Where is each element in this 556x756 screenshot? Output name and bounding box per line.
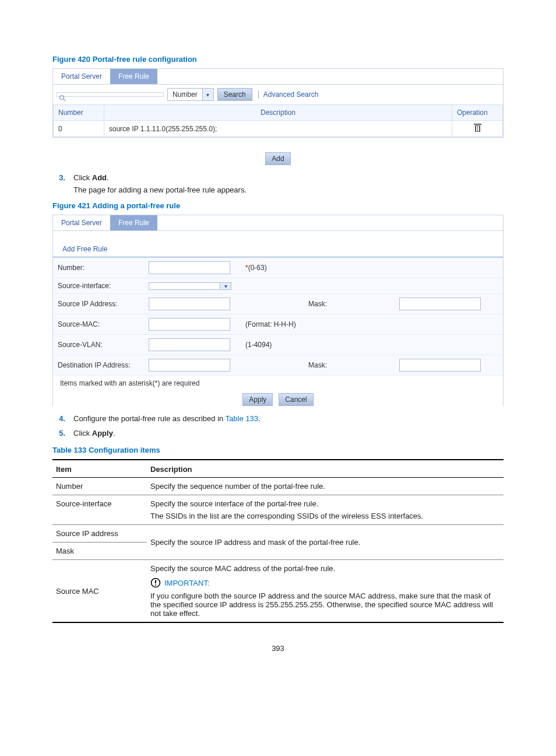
number-field[interactable] xyxy=(149,261,230,274)
destination-mask-field[interactable] xyxy=(399,359,481,372)
tab-bar: Portal Server Free Rule xyxy=(53,215,503,231)
table-caption: Table 133 Configuration items xyxy=(52,446,504,454)
item-mask: Mask xyxy=(52,542,147,560)
figure-caption: Figure 420 Portal-free rule configuratio… xyxy=(52,55,504,64)
source-mask-field[interactable] xyxy=(399,298,481,310)
hint-number: (0-63) xyxy=(248,264,267,272)
tab-free-rule[interactable]: Free Rule xyxy=(110,69,157,84)
label-number: Number: xyxy=(53,258,144,278)
item-source-ip: Source IP address xyxy=(52,525,147,542)
tab-portal-server[interactable]: Portal Server xyxy=(53,215,110,230)
source-vlan-field[interactable] xyxy=(149,338,230,351)
label-source-interface: Source-interface: xyxy=(53,278,144,294)
table-row: Number Specify the sequence number of th… xyxy=(52,478,504,495)
advanced-search-link[interactable]: Advanced Search xyxy=(258,90,319,99)
desc-source-ip-mask: Specify the source IP address and mask o… xyxy=(147,525,504,560)
table-link[interactable]: Table 133 xyxy=(226,414,258,423)
desc-source-mac: Specify the source MAC address of the po… xyxy=(147,560,504,623)
page-number: 393 xyxy=(52,644,504,653)
chevron-down-icon: ▾ xyxy=(202,89,213,100)
table-row: 0 source IP 1.1.11.0(255.255.255.0); xyxy=(54,121,503,137)
hint-source-mac: (Format: H-H-H) xyxy=(241,314,395,335)
destination-ip-field[interactable] xyxy=(149,359,230,372)
label-source-vlan: Source-VLAN: xyxy=(53,335,144,355)
label-mask: Mask: xyxy=(241,294,395,314)
form-title: Add Free Rule xyxy=(53,231,503,257)
table-header-row: Number Description Operation xyxy=(54,105,503,121)
svg-point-4 xyxy=(155,584,156,586)
cancel-button[interactable]: Cancel xyxy=(279,393,313,406)
filter-type-value: Number xyxy=(168,89,202,100)
step-number: 4. xyxy=(52,414,65,423)
trash-icon[interactable] xyxy=(474,124,481,132)
step-number: 3. xyxy=(52,173,65,182)
label-mask: Mask: xyxy=(241,355,395,376)
desc-source-interface: Specify the source interface of the port… xyxy=(147,495,504,525)
add-rule-form: Number: *(0-63) Source-interface: ▾ Sour… xyxy=(53,258,503,376)
step-text: Click Apply. xyxy=(73,429,115,438)
important-icon xyxy=(150,578,161,588)
item-source-mac: Source MAC xyxy=(52,560,147,623)
label-destination-ip: Destination IP Address: xyxy=(53,355,144,376)
tab-free-rule[interactable]: Free Rule xyxy=(110,215,157,230)
svg-point-0 xyxy=(60,96,64,100)
table-header-row: Item Description xyxy=(52,460,504,478)
tab-portal-server[interactable]: Portal Server xyxy=(53,69,110,84)
label-source-ip: Source IP Address: xyxy=(53,294,144,314)
source-mac-field[interactable] xyxy=(149,318,230,331)
col-description: Description xyxy=(147,460,504,478)
search-button[interactable]: Search xyxy=(217,88,252,101)
add-button[interactable]: Add xyxy=(265,152,290,165)
desc-number: Specify the sequence number of the porta… xyxy=(147,478,504,495)
search-bar: Number ▾ Search Advanced Search xyxy=(53,85,503,104)
figure420-panel: Portal Server Free Rule Number ▾ Search … xyxy=(52,68,504,138)
item-source-interface: Source-interface xyxy=(52,495,147,525)
tab-bar: Portal Server Free Rule xyxy=(53,69,503,85)
filter-type-select[interactable]: Number ▾ xyxy=(167,88,214,101)
svg-line-1 xyxy=(64,99,65,101)
step-text: Configure the portal-free rule as descri… xyxy=(73,414,261,423)
item-number: Number xyxy=(52,478,147,495)
required-note: Items marked with an asterisk(*) are req… xyxy=(53,376,503,390)
col-description: Description xyxy=(104,105,452,121)
table-row: Source IP address Specify the source IP … xyxy=(52,525,504,542)
apply-button[interactable]: Apply xyxy=(242,393,273,406)
table-row: Source MAC Specify the source MAC addres… xyxy=(52,560,504,623)
hint-source-vlan: (1-4094) xyxy=(241,335,395,355)
col-number: Number xyxy=(54,105,104,121)
cell-number: 0 xyxy=(54,121,104,137)
table-row: Source-interface Specify the source inte… xyxy=(52,495,504,525)
label-source-mac: Source-MAC: xyxy=(53,314,144,335)
config-items-table: Item Description Number Specify the sequ… xyxy=(52,459,504,623)
step-subtext: The page for adding a new portal-free ru… xyxy=(73,186,504,194)
important-heading: IMPORTANT: xyxy=(150,578,500,588)
source-interface-select[interactable]: ▾ xyxy=(149,282,231,290)
step-text: Click Add. xyxy=(73,173,109,182)
search-icon xyxy=(59,94,66,102)
search-input[interactable] xyxy=(57,92,164,97)
col-item: Item xyxy=(52,460,147,478)
figure-caption: Figure 421 Adding a portal-free rule xyxy=(52,201,504,210)
source-ip-field[interactable] xyxy=(149,298,230,310)
rules-table: Number Description Operation 0 source IP… xyxy=(53,104,503,137)
chevron-down-icon: ▾ xyxy=(220,283,231,289)
step-number: 5. xyxy=(52,429,65,438)
cell-description: source IP 1.1.11.0(255.255.255.0); xyxy=(104,121,452,137)
figure421-panel: Portal Server Free Rule Add Free Rule Nu… xyxy=(52,215,504,406)
col-operation: Operation xyxy=(452,105,503,121)
